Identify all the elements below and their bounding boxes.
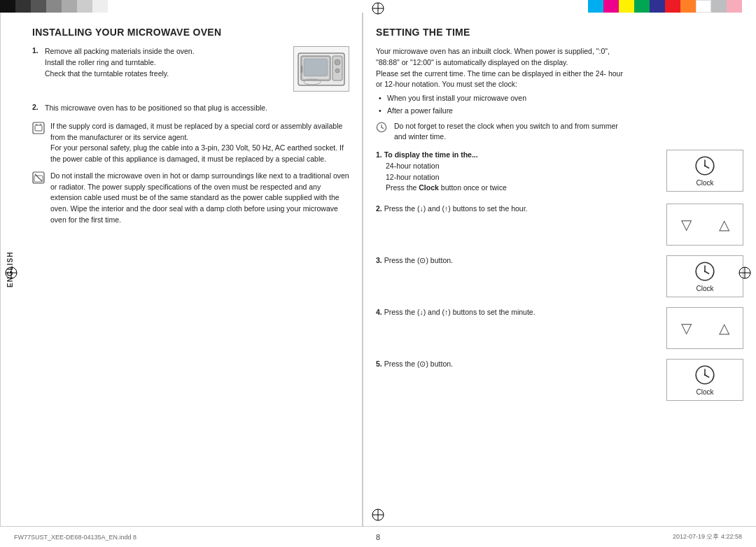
arrow-up-2: △: [719, 320, 729, 336]
note-clock-icon: [376, 122, 391, 134]
right-column: SETTING THE TIME Your microwave oven has…: [363, 13, 756, 526]
arrow-down-2: ▽: [681, 320, 692, 336]
step-2-text: 2. Press the (↓) and (↑) buttons to set …: [376, 204, 666, 215]
bullet-item-1: When you first install your microwave ov…: [379, 93, 743, 104]
bullet-list: When you first install your microwave ov…: [376, 93, 743, 117]
cord-warning-text: If the supply cord is damaged, it must b…: [50, 121, 349, 165]
svg-rect-6: [304, 59, 328, 76]
arrow-up-1: △: [719, 216, 729, 233]
step-2-num: 2.: [32, 103, 45, 111]
color-bar-pink: [727, 0, 742, 13]
right-title: SETTING THE TIME: [376, 27, 743, 38]
svg-point-8: [335, 59, 340, 65]
color-bar-1: [0, 0, 15, 13]
top-color-bars: [0, 0, 756, 13]
clock-icon-1: Clock: [694, 155, 716, 187]
color-bar-3: [31, 0, 46, 13]
right-step-5: 5. Press the (⊙) button. Clock: [376, 359, 743, 401]
step-2-content: This microwave oven has to be positioned…: [45, 103, 349, 114]
right-color-bars: [588, 0, 742, 13]
step-1-num: 1.: [32, 46, 45, 55]
clock-label-5: Clock: [696, 388, 713, 396]
install-step-1: 1.: [32, 46, 349, 96]
step-2-text: This microwave oven has to be positioned…: [45, 103, 349, 114]
svg-point-29: [704, 271, 706, 272]
svg-rect-12: [33, 122, 44, 134]
note-text: Do not forget to reset the clock when yo…: [394, 121, 618, 143]
cord-warning: If the supply cord is damaged, it must b…: [32, 121, 349, 165]
install-step-2: 2. This microwave oven has to be positio…: [32, 103, 349, 114]
color-bar-gray: [711, 0, 727, 13]
step-1-content: Remove all packing materials inside the …: [45, 46, 349, 96]
right-step-4: 4. Press the (↓) and (↑) buttons to set …: [376, 307, 743, 349]
color-bar-red: [665, 0, 680, 13]
reg-mark-top: [371, 1, 385, 17]
clock-button-box-1: Clock: [666, 150, 743, 192]
reg-mark-bottom: [371, 508, 385, 523]
right-step-1: 1. To display the time in the... 24-hour…: [376, 150, 743, 194]
right-step-2: 2. Press the (↓) and (↑) buttons to set …: [376, 204, 743, 246]
warning-icon: [32, 171, 48, 185]
step-1-num: 1. To display the time in the...: [376, 150, 478, 159]
color-bar-2: [15, 0, 31, 13]
plug-icon: [32, 122, 48, 136]
main-content: ENGLISH INSTALLING YOUR MICROWAVE OVEN 1…: [0, 13, 756, 526]
oven-image: [293, 46, 349, 92]
svg-point-33: [704, 374, 706, 376]
color-bar-magenta: [603, 0, 619, 13]
svg-point-25: [704, 165, 706, 166]
color-bar-green: [634, 0, 650, 13]
left-color-bars: [0, 0, 217, 13]
reg-mark-left: [4, 266, 18, 281]
clock-icon-3: Clock: [694, 260, 716, 292]
color-bar-cyan: [588, 0, 603, 13]
install-warning-text: Do not install the microwave oven in hot…: [50, 171, 349, 226]
color-bar-yellow: [619, 0, 634, 13]
reg-mark-right: [738, 266, 752, 281]
step-3-text: 3. Press the (⊙) button.: [376, 255, 666, 267]
footer-left-text: FW77SUST_XEE-DE68-04135A_EN.indd 8: [14, 534, 136, 541]
clock-button-box-3: Clock: [666, 255, 743, 297]
color-bar-blue: [650, 0, 665, 13]
color-bar-7: [92, 0, 108, 13]
color-bar-5: [62, 0, 77, 13]
intro-text: Your microwave oven has an inbuilt clock…: [376, 46, 743, 90]
svg-line-21: [382, 127, 384, 129]
arrow-down-1: ▽: [681, 216, 692, 233]
step-4-text: 4. Press the (↓) and (↑) buttons to set …: [376, 307, 666, 318]
step-5-text: 5. Press the (⊙) button.: [376, 359, 666, 370]
clock-button-box-5: Clock: [666, 359, 743, 401]
clock-label-3: Clock: [696, 285, 713, 292]
left-title: INSTALLING YOUR MICROWAVE OVEN: [32, 27, 349, 38]
svg-point-9: [335, 69, 340, 73]
footer: FW77SUST_XEE-DE68-04135A_EN.indd 8 8 201…: [0, 526, 756, 547]
color-bar-4: [46, 0, 62, 13]
svg-rect-10: [301, 66, 302, 73]
step-1-text: 1. To display the time in the... 24-hour…: [376, 150, 666, 194]
left-column: INSTALLING YOUR MICROWAVE OVEN 1.: [20, 13, 363, 526]
install-warning: Do not install the microwave oven in hot…: [32, 171, 349, 226]
footer-page: 8: [376, 533, 380, 541]
svg-line-17: [35, 174, 42, 181]
right-step-3: 3. Press the (⊙) button. Clock: [376, 255, 743, 297]
svg-rect-13: [35, 125, 42, 131]
clock-label-1: Clock: [696, 179, 713, 187]
arrow-box-2: ▽ △: [666, 307, 743, 349]
arrow-box-1: ▽ △: [666, 204, 743, 246]
note-item: Do not forget to reset the clock when yo…: [376, 121, 743, 143]
footer-right-text: 2012-07-19 오후 4:22:58: [673, 532, 742, 541]
color-bar-orange: [680, 0, 696, 13]
color-bar-white: [696, 0, 711, 13]
color-bar-6: [77, 0, 92, 13]
bullet-item-2: After a power failure: [379, 106, 743, 117]
clock-icon-5: Clock: [694, 364, 716, 396]
